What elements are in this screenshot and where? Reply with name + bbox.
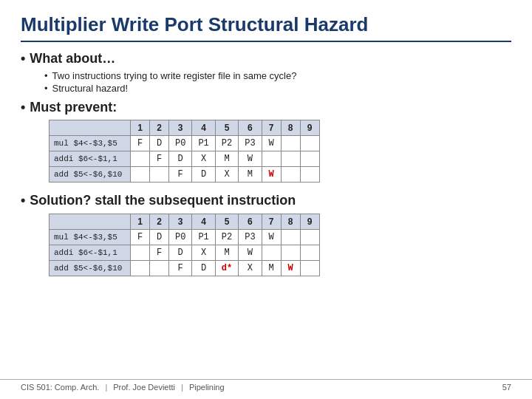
table1-header-4: 4 [192,120,215,136]
table2-header-6: 6 [239,214,262,229]
sub-bullet-1: • Two instructions trying to write regis… [44,70,511,81]
table2-header-2: 2 [150,214,169,229]
table1-header-6: 6 [239,120,262,136]
table2-header-3: 3 [169,214,192,229]
footer-page: 57 [502,383,511,392]
section-what-about: • What about… • Two instructions trying … [21,51,511,95]
section-solution: • Solution? stall the subsequent instruc… [21,193,511,282]
table1-header-5: 5 [215,120,238,136]
table2-header-5: 5 [215,214,238,229]
bullet-solution: • Solution? stall the subsequent instruc… [21,193,511,209]
page: Multiplier Write Port Structural Hazard … [0,0,532,399]
table1-header-7: 7 [262,120,281,136]
table1-header-instr [50,120,131,136]
table1-header-2: 2 [150,120,169,136]
table2-header-8: 8 [281,214,300,229]
hazard-w-1: W [269,169,274,180]
table1: 1 2 3 4 5 6 7 8 9 mul $4<-$3,$5 F D P0 P… [49,120,320,183]
table2-header-9: 9 [300,214,319,229]
table1-header-8: 8 [281,120,300,136]
page-title: Multiplier Write Port Structural Hazard [21,13,511,42]
table-row: add $5<-$6,$10 F D X M W [50,167,320,183]
table-row: add $5<-$6,$10 F D d* X M W [50,260,320,276]
bullet-what-about: • What about… [21,51,511,67]
footer-topic: Pipelining [189,383,225,392]
footer-course: CIS 501: Comp. Arch. [21,383,99,392]
table2-header-4: 4 [192,214,215,229]
table2-header-1: 1 [131,214,150,229]
table1-header-3: 3 [169,120,192,136]
sub-bullet-2: • Structural hazard! [44,83,511,94]
table2-header-instr [50,214,131,229]
section-must-prevent: • Must prevent: 1 2 3 4 5 6 7 8 9 mul $4… [21,100,511,189]
table2-header-7: 7 [262,214,281,229]
footer-left: CIS 501: Comp. Arch. | Prof. Joe Deviett… [21,383,225,392]
table-row: addi $6<-$1,1 F D X M W [50,151,320,167]
footer-professor: Prof. Joe Devietti [113,383,175,392]
table2: 1 2 3 4 5 6 7 8 9 mul $4<-$3,$5 F D P0 P… [49,214,320,276]
stall-d-star: d* [222,263,232,273]
bullet-must-prevent: • Must prevent: [21,100,511,116]
table-row: addi $6<-$1,1 F D X M W [50,245,320,260]
table-row: mul $4<-$3,$5 F D P0 P1 P2 P3 W [50,229,320,245]
hazard-w-2: W [288,263,293,273]
table1-header-1: 1 [131,120,150,136]
table1-header-9: 9 [300,120,319,136]
table-row: mul $4<-$3,$5 F D P0 P1 P2 P3 W [50,136,320,151]
footer: CIS 501: Comp. Arch. | Prof. Joe Deviett… [0,379,532,392]
